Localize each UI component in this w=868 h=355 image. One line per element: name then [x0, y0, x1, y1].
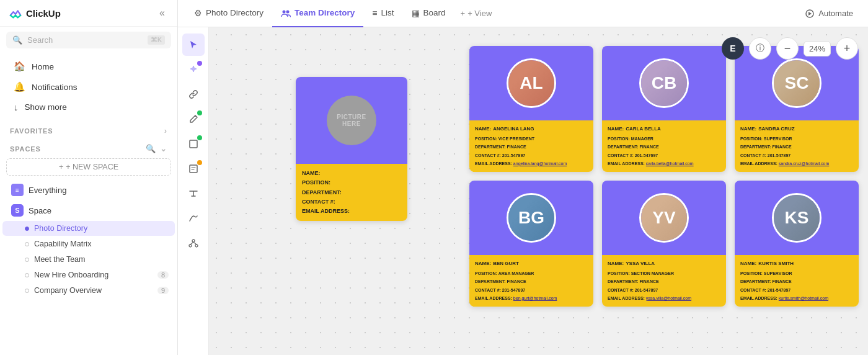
person-card-info-carla: NAME: CARLA BELLA POSITION: MANAGER DEPA… — [602, 120, 726, 172]
clickup-logo-icon — [9, 6, 22, 20]
search-shortcut: ⌘K — [148, 35, 165, 45]
svg-point-0 — [283, 10, 286, 13]
sidebar-item-company-overview[interactable]: Company Overview 9 — [2, 283, 175, 298]
placeholder-circle: PICTURE HERE — [327, 96, 376, 145]
top-bar: ⚙ Photo Directory Team Directory ≡ List … — [178, 0, 868, 27]
template-card-photo-area: PICTURE HERE — [296, 77, 407, 164]
tab-board[interactable]: ▦ Board — [403, 0, 454, 27]
avatar-placeholder: SC — [774, 60, 820, 106]
everything-label: Everything — [29, 186, 66, 195]
sidebar-item-home[interactable]: 🏠 Home — [4, 56, 174, 76]
bell-icon: 🔔 — [14, 81, 25, 92]
person-avatar-carla: CB — [639, 58, 689, 108]
toolbar-dot-green — [197, 110, 202, 115]
person-card-photo-angelina: AL — [469, 46, 593, 120]
tab-team-directory[interactable]: Team Directory — [272, 0, 363, 27]
svg-rect-3 — [190, 140, 197, 148]
sidebar-item-notifications[interactable]: 🔔 Notifications — [4, 77, 174, 97]
space-items-list: ≡ Everything S Space Photo Directory Cap… — [0, 178, 177, 300]
spaces-section-label: SPACES 🔍 ⌄ — [0, 138, 177, 156]
toolbar-dot-yellow — [197, 160, 202, 165]
sidebar-item-space[interactable]: S Space — [2, 200, 175, 220]
canvas-controls: E ⓘ − 24% + — [722, 37, 858, 60]
spaces-actions[interactable]: 🔍 ⌄ — [146, 144, 167, 153]
canvas-area: E ⓘ − 24% + PICTURE HERE NAME: — [178, 27, 868, 355]
person-card-kurtis-smith: KS NAME: KURTIS SMITH POSITION: SUPERVIS… — [735, 181, 859, 307]
collapse-sidebar-button[interactable]: « — [156, 6, 169, 20]
zoom-level[interactable]: 24% — [804, 41, 831, 56]
main-content: ⚙ Photo Directory Team Directory ≡ List … — [178, 0, 868, 355]
person-card-photo-ben: BG — [469, 181, 593, 255]
tab-icon-photo-directory: ⚙ — [194, 8, 202, 18]
person-card-photo-kurtis: KS — [735, 181, 859, 255]
tab-list[interactable]: ≡ List — [363, 0, 402, 27]
toolbar-note-button[interactable] — [182, 158, 205, 180]
sidebar-item-meet-the-team[interactable]: Meet the Team — [2, 252, 175, 267]
toolbar-draw-button[interactable] — [182, 207, 205, 230]
sidebar-header: ClickUp « — [0, 0, 177, 27]
search-placeholder-text: Search — [27, 35, 143, 45]
sidebar-item-label-home: Home — [32, 62, 54, 71]
spaces-chevron-icon[interactable]: ⌄ — [160, 144, 167, 153]
sidebar-item-photo-directory[interactable]: Photo Directory — [2, 221, 175, 236]
sub-item-dot — [25, 289, 29, 293]
new-space-button[interactable]: + + NEW SPACE — [6, 158, 171, 176]
person-avatar-ben: BG — [507, 193, 556, 243]
person-card-info-kurtis: NAME: KURTIS SMITH POSITION: SUPERVISOR … — [735, 255, 859, 307]
person-cards-grid: AL NAME: ANGELINA LANG POSITION: VICE PR… — [469, 46, 859, 307]
toolbar-pen-button[interactable] — [182, 108, 205, 130]
home-icon: 🏠 — [14, 61, 25, 72]
toolbar-text-button[interactable] — [182, 182, 205, 205]
sidebar-item-everything[interactable]: ≡ Everything — [2, 180, 175, 200]
space-badge: S — [11, 204, 24, 217]
user-avatar-button[interactable]: E — [722, 37, 744, 60]
new-space-plus-icon: + — [59, 163, 63, 171]
zoom-out-button[interactable]: − — [776, 37, 799, 60]
sidebar-item-label-notifications: Notifications — [32, 83, 78, 92]
person-card-photo-yssa: YV — [602, 181, 726, 255]
sub-item-count: 8 — [157, 271, 169, 279]
svg-point-5 — [192, 240, 195, 242]
person-avatar-sandra: SC — [772, 58, 822, 108]
search-bar[interactable]: 🔍 Search ⌘K — [6, 32, 171, 48]
toolbar-nodes-button[interactable] — [182, 232, 205, 254]
space-label: Space — [29, 206, 51, 215]
toolbar-link-button[interactable] — [182, 83, 205, 106]
sub-item-dot — [25, 227, 29, 231]
sidebar-item-show-more[interactable]: ↓ Show more — [4, 97, 174, 117]
whiteboard[interactable]: E ⓘ − 24% + PICTURE HERE NAME: — [209, 27, 868, 355]
logo[interactable]: ClickUp — [9, 6, 61, 20]
tab-photo-directory[interactable]: ⚙ Photo Directory — [185, 0, 272, 27]
spaces-search-icon[interactable]: 🔍 — [146, 144, 156, 153]
add-icon: + — [461, 9, 466, 18]
app-name: ClickUp — [26, 8, 61, 19]
sidebar-item-new-hire-onboarding[interactable]: New Hire Onboarding 8 — [2, 267, 175, 282]
avatar-placeholder: BG — [508, 195, 554, 241]
toolbar-select-button[interactable] — [182, 34, 205, 56]
favorites-expand-icon[interactable]: › — [164, 126, 167, 135]
person-card-yssa-villa: YV NAME: YSSA VILLA POSITION: SECTION MA… — [602, 181, 726, 307]
zoom-in-button[interactable]: + — [836, 37, 858, 60]
toolbar-shape-button[interactable] — [182, 133, 205, 155]
sidebar-item-capability-matrix[interactable]: Capability Matrix — [2, 236, 175, 251]
person-avatar-angelina: AL — [507, 58, 556, 108]
sub-item-dot — [25, 258, 29, 262]
search-icon: 🔍 — [12, 35, 22, 45]
person-card-sandra-cruz: SC NAME: SANDRA CRUZ POSITION: SUPERVISO… — [735, 46, 859, 172]
person-card-info-yssa: NAME: YSSA VILLA POSITION: SECTION MANAG… — [602, 255, 726, 307]
everything-icon: ≡ — [11, 184, 24, 196]
person-card-angelina-lang: AL NAME: ANGELINA LANG POSITION: VICE PR… — [469, 46, 593, 172]
sidebar: ClickUp « 🔍 Search ⌘K 🏠 Home 🔔 Notificat… — [0, 0, 178, 355]
person-avatar-yssa: YV — [639, 193, 689, 243]
automate-icon — [805, 8, 815, 19]
sidebar-item-label-show-more: Show more — [25, 102, 67, 112]
person-card-ben-gurt: BG NAME: BEN GURT POSITION: AREA MANAGER… — [469, 181, 593, 307]
sub-item-dot — [25, 242, 29, 246]
automate-button[interactable]: Automate — [797, 5, 861, 22]
toolbar-ai-button[interactable] — [182, 58, 205, 81]
svg-rect-4 — [190, 165, 197, 173]
info-button[interactable]: ⓘ — [749, 37, 771, 60]
person-avatar-kurtis: KS — [772, 193, 822, 243]
avatar-placeholder: KS — [774, 195, 820, 241]
add-view-button[interactable]: + + View — [454, 0, 498, 27]
